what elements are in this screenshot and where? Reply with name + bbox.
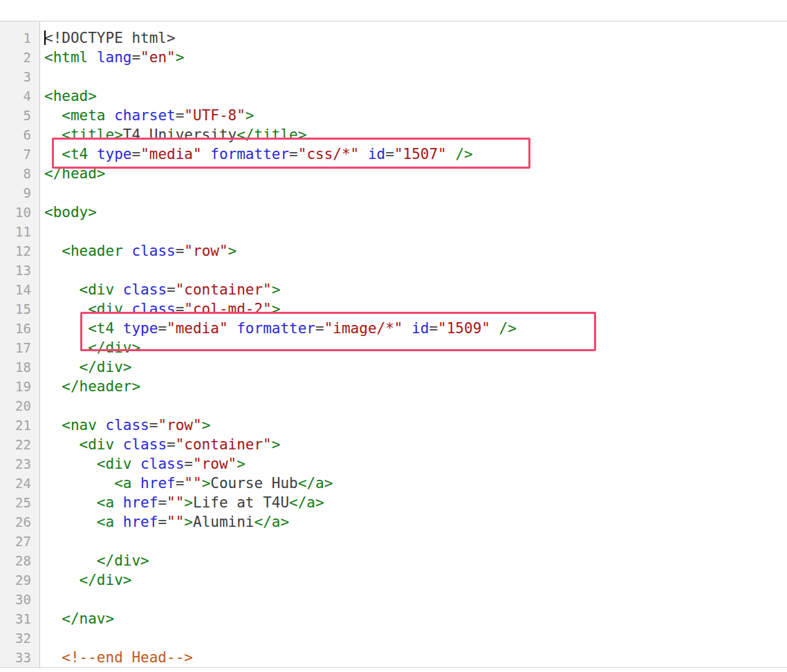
code-token-plain	[97, 417, 106, 433]
code-line[interactable]: 4<head>	[0, 86, 787, 106]
code-token-tag: <div	[97, 456, 132, 472]
code-token-eq: =	[429, 320, 438, 337]
code-token-ws	[44, 475, 114, 492]
code-line[interactable]: 31 </nav>	[0, 609, 787, 628]
code-token-attr: class	[123, 436, 167, 453]
code-token-ws	[44, 494, 97, 511]
code-line-text: <div class="container">	[40, 280, 280, 299]
line-number: 20	[0, 396, 40, 416]
code-line[interactable]: 11	[0, 222, 787, 241]
line-number: 22	[0, 435, 40, 454]
line-number: 27	[0, 532, 40, 551]
code-token-str: "UTF-8"	[184, 107, 246, 124]
code-token-ws	[44, 281, 80, 298]
code-token-tag: >	[202, 417, 211, 433]
line-number: 31	[0, 609, 40, 628]
code-token-tag: <div	[80, 436, 115, 453]
code-token-tag: >	[184, 514, 193, 530]
code-token-ws	[44, 572, 80, 588]
code-line[interactable]: 10<body>	[0, 203, 787, 222]
code-token-eq: =	[184, 456, 193, 472]
line-number: 30	[0, 590, 40, 609]
code-line-text: <div class="col-md-2">	[40, 299, 280, 319]
code-token-str: "1507"	[394, 146, 447, 162]
code-line[interactable]: 2<html lang="en">	[0, 48, 787, 67]
code-line[interactable]: 32	[0, 628, 787, 648]
code-line[interactable]: 27	[0, 532, 787, 551]
code-line[interactable]: 8</head>	[0, 164, 787, 183]
code-token-eq: =	[315, 320, 324, 337]
code-token-plain	[114, 320, 123, 337]
code-line[interactable]: 33 <!--end Head-->	[0, 648, 787, 667]
code-line[interactable]: 21 <nav class="row">	[0, 416, 787, 435]
code-token-tag: >	[237, 456, 246, 472]
code-line[interactable]: 15 <div class="col-md-2">	[0, 299, 787, 319]
code-token-tag: >	[176, 49, 185, 66]
code-token-plain	[131, 456, 140, 472]
line-number: 24	[0, 474, 40, 493]
code-line[interactable]: 12 <header class="row">	[0, 241, 787, 261]
code-token-eq: =	[167, 436, 176, 453]
code-line[interactable]: 6 <title>T4 University</title>	[0, 125, 787, 144]
code-token-tag: >	[202, 475, 211, 492]
code-token-tag: <meta	[62, 107, 105, 124]
code-token-tag: />	[455, 146, 472, 162]
code-line-text: <html lang="en">	[40, 48, 184, 67]
code-token-tag: <div	[88, 301, 123, 317]
code-line[interactable]: 5 <meta charset="UTF-8">	[0, 106, 787, 125]
code-token-attr: class	[131, 243, 175, 259]
text-cursor	[44, 30, 46, 45]
code-editor-pane[interactable]: 1<!DOCTYPE html>2<html lang="en">34<head…	[0, 21, 787, 668]
code-line-text	[40, 183, 44, 203]
code-line[interactable]: 24 <a href="">Course Hub</a>	[0, 474, 787, 493]
code-token-str: "row"	[193, 456, 237, 472]
code-line[interactable]: 7 <t4 type="media" formatter="css/*" id=…	[0, 144, 787, 164]
code-token-eq: =	[167, 281, 176, 298]
code-token-ws	[44, 127, 62, 143]
code-line[interactable]: 30	[0, 590, 787, 609]
code-line[interactable]: 28 </div>	[0, 551, 787, 570]
code-line[interactable]: 3	[0, 67, 787, 86]
code-token-plain	[131, 475, 140, 492]
code-line[interactable]: 23 <div class="row">	[0, 454, 787, 474]
code-line-text: <a href="">Alumini</a>	[40, 512, 289, 532]
code-line[interactable]: 29 </div>	[0, 570, 787, 590]
code-line[interactable]: 18 </div>	[0, 357, 787, 377]
code-line-text	[40, 590, 44, 609]
code-line[interactable]: 25 <a href="">Life at T4U</a>	[0, 493, 787, 512]
code-token-attr: id	[368, 146, 385, 162]
code-token-attr: lang	[97, 49, 132, 66]
code-line[interactable]: 20	[0, 396, 787, 416]
code-line[interactable]: 22 <div class="container">	[0, 435, 787, 454]
code-token-plain: T4 University	[123, 127, 237, 143]
code-token-tag: >	[228, 243, 237, 259]
code-token-attr: class	[140, 456, 184, 472]
code-line[interactable]: 13	[0, 261, 787, 280]
code-line[interactable]: 17 </div>	[0, 338, 787, 357]
line-number: 9	[0, 183, 40, 203]
code-token-plain	[490, 320, 499, 337]
code-token-plain: <!DOCTYPE html>	[44, 30, 176, 46]
code-token-plain	[106, 107, 115, 124]
code-token-plain	[402, 320, 411, 337]
line-number: 6	[0, 125, 40, 144]
code-token-plain	[202, 146, 211, 162]
code-line[interactable]: 19 </header>	[0, 377, 787, 396]
line-number: 10	[0, 203, 40, 222]
line-number: 7	[0, 144, 40, 164]
code-line[interactable]: 26 <a href="">Alumini</a>	[0, 512, 787, 532]
code-token-tag: <nav	[62, 417, 97, 433]
code-token-eq: =	[176, 301, 185, 317]
code-line[interactable]: 16 <t4 type="media" formatter="image/*" …	[0, 319, 787, 338]
line-number: 32	[0, 628, 40, 648]
code-line[interactable]: 14 <div class="container">	[0, 280, 787, 299]
code-token-tag: <t4	[88, 320, 114, 337]
code-line[interactable]: 9	[0, 183, 787, 203]
code-token-tag: </title>	[237, 127, 306, 143]
code-token-tag: </div>	[80, 359, 132, 375]
code-line[interactable]: 1<!DOCTYPE html>	[0, 28, 787, 48]
code-line-text	[40, 628, 44, 648]
line-number: 12	[0, 241, 40, 261]
code-token-tag: </header>	[62, 378, 140, 395]
code-token-eq: =	[289, 146, 298, 162]
